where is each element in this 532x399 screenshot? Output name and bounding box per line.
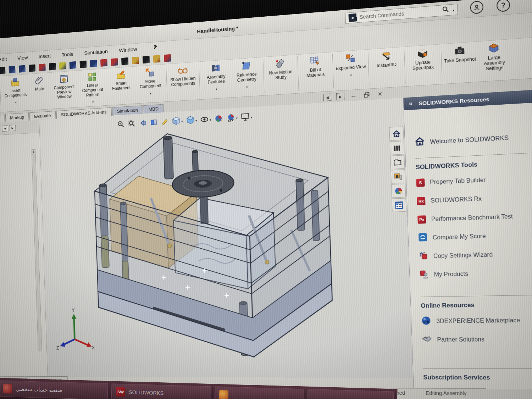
quick-access-icon[interactable] xyxy=(70,61,77,69)
linear-component-pattern-button[interactable]: Linear Component Pattern xyxy=(78,69,107,106)
menu-view[interactable]: View xyxy=(17,55,28,61)
instant3d-button[interactable]: Instant3D xyxy=(370,47,403,70)
quick-access-icon[interactable] xyxy=(132,57,139,65)
minimize-button[interactable]: ─ xyxy=(349,92,358,100)
section-view-icon[interactable] xyxy=(150,118,158,127)
copy-settings-icon xyxy=(419,251,428,262)
menu-edit[interactable]: Edit xyxy=(0,56,7,63)
previous-view-icon[interactable] xyxy=(139,119,147,128)
taskbar-item[interactable] xyxy=(307,389,394,399)
mold-assembly-model[interactable] xyxy=(88,120,344,370)
menu-insert[interactable]: Insert xyxy=(38,53,51,60)
menu-window[interactable]: Window xyxy=(119,46,137,54)
dropdown-caret[interactable] xyxy=(350,71,352,78)
user-account-icon[interactable] xyxy=(470,0,484,14)
quick-access-icon[interactable] xyxy=(19,65,26,73)
scroll-up-arrow[interactable]: ▲ xyxy=(32,150,35,155)
restore-button[interactable] xyxy=(362,91,371,99)
bill-of-materials-button[interactable]: Bill of Materials xyxy=(299,52,332,79)
reference-geometry-button[interactable]: Reference Geometry xyxy=(231,57,263,92)
search-dropdown-caret[interactable] xyxy=(453,6,455,13)
menu-simulation[interactable]: Simulation xyxy=(84,48,108,56)
view-orientation-cube-icon[interactable] xyxy=(172,116,183,126)
move-component-button[interactable]: Move Component xyxy=(135,65,166,98)
dropdown-caret[interactable] xyxy=(216,85,217,92)
home-tab-icon[interactable] xyxy=(389,127,404,141)
dropdown-caret[interactable] xyxy=(181,117,183,124)
copy-settings-wizard-link[interactable]: Copy Settings Wizard xyxy=(419,243,532,266)
3dexperience-marketplace-link[interactable]: 3DEXPERIENCE Marketplace xyxy=(421,310,532,331)
taskbar-item-solidworks[interactable]: SW SOLIDWORKS xyxy=(111,383,211,399)
quick-access-icon[interactable] xyxy=(80,61,87,68)
search-input[interactable]: Search Commands xyxy=(360,8,439,20)
zoom-to-area-icon[interactable] xyxy=(128,119,136,128)
mate-button[interactable]: Mate xyxy=(29,73,50,93)
quick-access-icon[interactable] xyxy=(100,59,107,67)
next-window-button[interactable]: ▶ xyxy=(336,93,344,100)
search-scope-icon[interactable]: > xyxy=(348,13,357,22)
quick-access-icon[interactable] xyxy=(59,62,66,70)
taskbar-item-label: صفحه حساب شخصی xyxy=(16,386,62,393)
feature-tree[interactable]: ntering ide Side ▲ xyxy=(0,133,48,377)
dropdown-caret[interactable] xyxy=(210,116,211,122)
display-style-icon[interactable] xyxy=(186,115,197,125)
edit-appearance-icon[interactable] xyxy=(214,114,223,123)
tab-partial[interactable] xyxy=(0,115,5,123)
quick-access-icon[interactable] xyxy=(143,56,150,63)
view-settings-monitor-icon[interactable] xyxy=(240,112,252,122)
quick-access-icon[interactable] xyxy=(121,57,128,65)
taskbar-item-browser[interactable]: صفحه حساب شخصی xyxy=(0,380,108,399)
design-library-tab-icon[interactable] xyxy=(390,141,404,155)
take-snapshot-button[interactable]: Take Snapshot xyxy=(443,42,477,65)
apply-scene-icon[interactable] xyxy=(226,113,238,123)
graphics-viewport[interactable]: Y X Z xyxy=(39,98,413,378)
show-hidden-components-button[interactable]: Show Hidden Components xyxy=(167,62,198,88)
smart-fasteners-button[interactable]: Smart Fasteners xyxy=(106,67,136,92)
dropdown-caret[interactable] xyxy=(15,99,17,105)
search-icon[interactable] xyxy=(442,5,449,15)
quick-access-icon[interactable] xyxy=(0,67,6,74)
quick-access-icon[interactable] xyxy=(39,63,45,71)
my-products-link[interactable]: My Products xyxy=(419,262,532,284)
help-icon[interactable]: ? xyxy=(497,0,510,12)
appearances-tab-icon[interactable] xyxy=(391,184,406,198)
dropdown-caret[interactable] xyxy=(150,90,152,96)
custom-properties-tab-icon[interactable] xyxy=(392,198,406,212)
quick-access-icon[interactable] xyxy=(29,64,35,72)
collapse-chevrons-icon[interactable]: « xyxy=(409,100,413,107)
assembly-features-button[interactable]: Assembly Features xyxy=(200,60,232,93)
previous-window-button[interactable]: ◀ xyxy=(323,94,331,101)
dropdown-caret[interactable] xyxy=(250,113,252,120)
pin-menu-icon[interactable] xyxy=(151,44,158,52)
close-button[interactable]: ✕ xyxy=(376,90,384,98)
quick-access-icon[interactable] xyxy=(9,66,16,73)
tree-forward-button[interactable]: ▶ xyxy=(9,124,16,131)
quick-access-icon[interactable] xyxy=(164,54,171,62)
update-speedpak-button[interactable]: Update Speedpak xyxy=(406,44,440,72)
new-motion-study-button[interactable]: New Motion Study xyxy=(265,55,297,82)
quick-access-icon[interactable] xyxy=(90,60,97,67)
tree-scrollbar[interactable]: ▲ xyxy=(32,149,42,351)
taskbar-item[interactable] xyxy=(214,386,304,399)
insert-components-button[interactable]: Insert Components xyxy=(1,74,29,106)
quick-access-icon[interactable] xyxy=(153,55,161,63)
welcome-link[interactable]: Welcome to SOLIDWORKS xyxy=(415,125,532,151)
tree-back-button[interactable]: ◀ xyxy=(2,125,8,132)
quick-access-icon[interactable] xyxy=(111,58,118,66)
partner-solutions-link[interactable]: Partner Solutions xyxy=(422,329,532,349)
quick-access-icon[interactable] xyxy=(49,63,56,70)
view-palette-tab-icon[interactable] xyxy=(390,170,405,184)
file-explorer-tab-icon[interactable] xyxy=(390,155,405,169)
exploded-view-button[interactable]: Exploded View xyxy=(334,50,367,79)
dropdown-caret[interactable] xyxy=(195,117,197,123)
dropdown-caret[interactable] xyxy=(246,83,248,90)
dropdown-caret[interactable] xyxy=(236,114,238,121)
component-preview-window-button[interactable]: Component Preview Window xyxy=(50,71,79,101)
hide-show-items-eye-icon[interactable] xyxy=(200,115,211,124)
large-assembly-settings-button[interactable]: Large Assembly Settings xyxy=(476,39,512,73)
annotation-view-icon[interactable] xyxy=(161,117,169,126)
dropdown-caret[interactable] xyxy=(92,98,94,105)
tab-mbd[interactable]: MBD xyxy=(143,104,164,114)
zoom-to-fit-icon[interactable] xyxy=(117,120,125,129)
menu-tools[interactable]: Tools xyxy=(62,51,73,58)
